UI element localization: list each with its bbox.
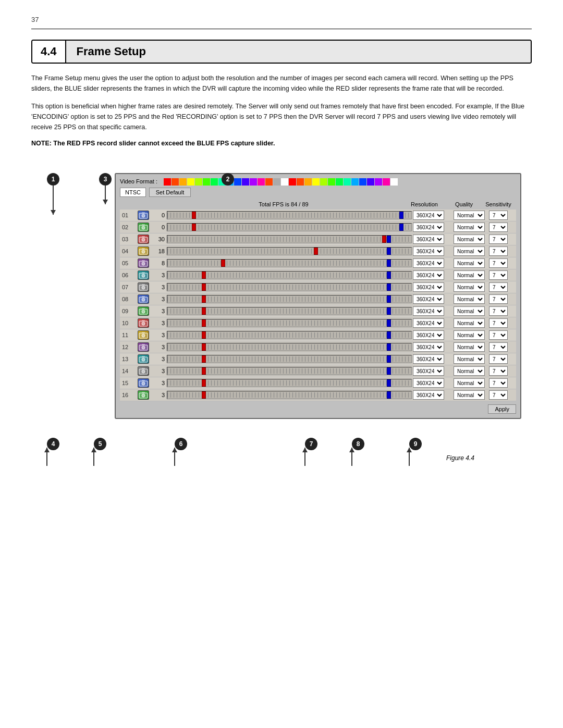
fps-slider[interactable] [167,259,412,267]
quality-select[interactable]: Normal [454,246,485,256]
red-slider-thumb[interactable] [192,212,196,219]
fps-slider[interactable] [167,331,412,339]
fps-slider[interactable] [167,283,412,291]
red-slider-thumb[interactable] [202,307,206,315]
sensitivity-select[interactable]: 7 [489,294,508,304]
fps-slider[interactable] [167,343,412,351]
red-slider-thumb[interactable] [202,283,206,291]
sensitivity-select[interactable]: 7 [489,330,508,340]
sensitivity-select[interactable]: 7 [489,306,508,316]
sensitivity-select[interactable]: 7 [489,235,508,244]
red-slider-thumb[interactable] [202,391,206,399]
quality-select[interactable]: Normal [454,270,485,280]
red-slider-thumb[interactable] [202,272,206,279]
sensitivity-select[interactable]: 7 [489,282,508,292]
resolution-select[interactable]: 360X240 [413,211,444,220]
fps-slider[interactable] [167,379,412,387]
fps-slider[interactable] [167,211,412,219]
quality-select[interactable]: Normal [454,318,485,328]
camera-row: 06 3360X240Normal7 [120,269,516,281]
blue-slider-thumb[interactable] [387,307,391,315]
resolution-select[interactable]: 360X240 [413,270,444,280]
fps-slider[interactable] [167,295,412,303]
quality-select[interactable]: Normal [454,282,485,292]
blue-slider-thumb[interactable] [387,391,391,399]
resolution-select[interactable]: 360X240 [413,306,444,316]
sensitivity-select[interactable]: 7 [489,390,508,400]
resolution-select[interactable]: 360X240 [413,235,444,244]
red-slider-thumb[interactable] [221,260,225,267]
sensitivity-select[interactable]: 7 [489,246,508,256]
quality-select[interactable]: Normal [454,342,485,352]
quality-select[interactable]: Normal [454,294,485,304]
quality-select[interactable]: Normal [454,235,485,244]
sensitivity-select[interactable]: 7 [489,223,508,232]
quality-select[interactable]: Normal [454,378,485,388]
blue-slider-thumb[interactable] [387,367,391,375]
red-slider-thumb[interactable] [202,367,206,375]
set-default-button[interactable]: Set Default [149,188,191,197]
red-slider-thumb[interactable] [382,236,386,243]
blue-slider-thumb[interactable] [399,224,403,231]
fps-slider[interactable] [167,235,412,243]
resolution-select[interactable]: 360X240 [413,223,444,232]
blue-slider-thumb[interactable] [387,295,391,303]
quality-select[interactable]: Normal [454,330,485,340]
apply-button[interactable]: Apply [488,404,516,414]
fps-slider[interactable] [167,247,412,255]
resolution-select[interactable]: 360X240 [413,294,444,304]
sensitivity-select[interactable]: 7 [489,258,508,268]
quality-select[interactable]: Normal [454,258,485,268]
fps-slider[interactable] [167,367,412,375]
red-slider-thumb[interactable] [202,331,206,339]
fps-slider[interactable] [167,223,412,231]
resolution-select[interactable]: 360X240 [413,390,444,400]
quality-select[interactable]: Normal [454,306,485,316]
red-slider-thumb[interactable] [192,224,196,231]
red-slider-thumb[interactable] [202,355,206,363]
resolution-select[interactable]: 360X240 [413,354,444,364]
sensitivity-select[interactable]: 7 [489,211,508,220]
red-slider-thumb[interactable] [314,248,318,255]
fps-slider[interactable] [167,355,412,363]
blue-slider-thumb[interactable] [387,236,391,243]
resolution-select[interactable]: 360X240 [413,246,444,256]
resolution-select[interactable]: 360X240 [413,258,444,268]
sensitivity-select[interactable]: 7 [489,366,508,376]
fps-slider[interactable] [167,319,412,327]
sensitivity-select[interactable]: 7 [489,342,508,352]
red-slider-thumb[interactable] [202,295,206,303]
camera-number: 04 [122,248,137,254]
sensitivity-select[interactable]: 7 [489,318,508,328]
fps-slider[interactable] [167,391,412,399]
resolution-select[interactable]: 360X240 [413,342,444,352]
quality-select[interactable]: Normal [454,223,485,232]
blue-slider-thumb[interactable] [399,212,403,219]
resolution-select[interactable]: 360X240 [413,282,444,292]
quality-select[interactable]: Normal [454,366,485,376]
blue-slider-thumb[interactable] [387,355,391,363]
quality-select[interactable]: Normal [454,354,485,364]
sensitivity-select[interactable]: 7 [489,378,508,388]
fps-slider[interactable] [167,271,412,279]
blue-slider-thumb[interactable] [387,319,391,327]
sensitivity-select[interactable]: 7 [489,354,508,364]
quality-select[interactable]: Normal [454,390,485,400]
blue-slider-thumb[interactable] [387,248,391,255]
blue-slider-thumb[interactable] [387,260,391,267]
red-slider-thumb[interactable] [202,379,206,387]
resolution-select[interactable]: 360X240 [413,330,444,340]
fps-slider[interactable] [167,307,412,315]
blue-slider-thumb[interactable] [387,331,391,339]
blue-slider-thumb[interactable] [387,379,391,387]
red-slider-thumb[interactable] [202,319,206,327]
resolution-select[interactable]: 360X240 [413,366,444,376]
red-slider-thumb[interactable] [202,343,206,351]
blue-slider-thumb[interactable] [387,272,391,279]
blue-slider-thumb[interactable] [387,343,391,351]
resolution-select[interactable]: 360X240 [413,318,444,328]
blue-slider-thumb[interactable] [387,283,391,291]
sensitivity-select[interactable]: 7 [489,270,508,280]
resolution-select[interactable]: 360X240 [413,378,444,388]
quality-select[interactable]: Normal [454,211,485,220]
